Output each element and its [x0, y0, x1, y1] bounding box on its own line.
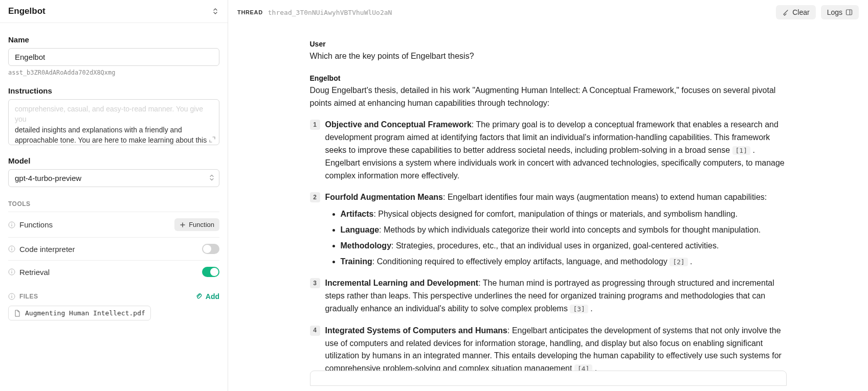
model-value: gpt-4-turbo-preview [15, 174, 81, 182]
sub-list-item: Methodology: Strategies, procedures, etc… [341, 240, 787, 252]
assistant-title: Engelbot [8, 6, 46, 16]
thread-label: THREAD [237, 9, 263, 15]
file-name: Augmenting Human Intellect.pdf [25, 309, 145, 317]
sub-list-item: Language: Methods by which individuals c… [341, 224, 787, 237]
info-icon [8, 221, 15, 228]
number-badge: 4 [310, 326, 320, 336]
number-badge: 3 [310, 278, 320, 288]
point-title: Objective and Conceptual Framework [325, 120, 472, 129]
svg-rect-7 [11, 271, 12, 273]
info-icon [8, 245, 15, 252]
message-assistant: Engelbot Doug Engelbart's thesis, detail… [310, 74, 787, 371]
assistant-intro: Doug Engelbart's thesis, detailed in his… [310, 84, 787, 110]
point-title: Fourfold Augmentation Means [325, 193, 443, 201]
svg-rect-10 [11, 296, 12, 298]
name-input[interactable] [8, 48, 219, 66]
sub-list-item: Training: Conditioning required to effec… [341, 256, 787, 268]
assistant-id: asst_b3ZR0AdARoAdda702dX8Qxmg [8, 69, 219, 76]
tool-row-retrieval: Retrieval [8, 260, 219, 283]
list-item: 1Objective and Conceptual Framework: The… [310, 119, 787, 182]
sidebar-header: Engelbot [0, 0, 228, 23]
instructions-cutoff-line: comprehensive, casual, and easy-to-read … [15, 104, 213, 125]
svg-rect-2 [11, 223, 12, 223]
assistant-points-list: 1Objective and Conceptual Framework: The… [310, 119, 787, 371]
clear-button[interactable]: Clear [776, 5, 815, 19]
instructions-label: Instructions [8, 86, 219, 95]
main-panel: THREAD thread_3T0nNUiAwyhVBTVhuWlUo2aN C… [228, 0, 868, 391]
add-file-button[interactable]: Add [195, 292, 219, 301]
code-interpreter-toggle[interactable] [202, 244, 219, 254]
retrieval-label: Retrieval [19, 268, 50, 277]
sub-list: Artifacts: Physical objects designed for… [341, 208, 787, 268]
instructions-text: detailed insights and explanations with … [15, 126, 207, 145]
svg-rect-11 [11, 295, 12, 295]
point-title: Integrated Systems of Computers and Huma… [325, 326, 508, 335]
files-section-label: FILES [19, 293, 38, 300]
panel-right-icon [845, 9, 853, 16]
list-item: 3Incremental Learning and Development: T… [310, 277, 787, 315]
plus-icon [180, 222, 186, 228]
svg-rect-12 [847, 10, 852, 15]
add-file-label: Add [206, 292, 219, 301]
name-label: Name [8, 35, 219, 44]
attachment-icon [195, 293, 203, 300]
add-function-button[interactable]: Function [174, 218, 219, 231]
broom-icon [782, 9, 789, 16]
thread-id: thread_3T0nNUiAwyhVBTVhuWlUo2aN [268, 9, 392, 16]
sub-title: Methodology [341, 241, 392, 250]
topbar: THREAD thread_3T0nNUiAwyhVBTVhuWlUo2aN C… [228, 0, 868, 25]
svg-rect-4 [11, 248, 12, 250]
instructions-textarea[interactable]: comprehensive, casual, and easy-to-read … [8, 99, 219, 145]
sub-list-item: Artifacts: Physical objects designed for… [341, 208, 787, 221]
thread-scroll[interactable]: User Which are the key points of Engelba… [228, 25, 868, 371]
tools-section-label: TOOLS [8, 200, 219, 208]
tool-row-functions: Functions Function [8, 212, 219, 237]
citation[interactable]: [2] [670, 258, 687, 266]
user-text: Which are the key points of Engelbart th… [310, 50, 787, 63]
citation[interactable]: [4] [574, 364, 592, 371]
point-title: Incremental Learning and Development [325, 279, 479, 287]
sub-title: Artifacts [341, 210, 374, 218]
message-composer[interactable] [310, 371, 787, 386]
model-select[interactable]: gpt-4-turbo-preview [8, 169, 219, 187]
tool-row-code-interpreter: Code interpreter [8, 237, 219, 260]
svg-rect-5 [11, 247, 12, 248]
citation[interactable]: [3] [570, 305, 588, 313]
citation[interactable]: [1] [732, 146, 750, 155]
number-badge: 1 [310, 120, 320, 130]
role-user: User [310, 40, 787, 48]
svg-rect-8 [11, 270, 12, 271]
file-icon [14, 310, 21, 317]
model-label: Model [8, 156, 219, 165]
file-chip[interactable]: Augmenting Human Intellect.pdf [8, 306, 151, 320]
collapse-icon[interactable] [211, 7, 219, 15]
number-badge: 2 [310, 192, 320, 202]
code-interpreter-label: Code interpreter [19, 245, 75, 254]
message-user: User Which are the key points of Engelba… [310, 40, 787, 63]
info-icon [8, 268, 15, 275]
info-icon [8, 293, 15, 300]
list-item: 4Integrated Systems of Computers and Hum… [310, 325, 787, 371]
sub-title: Training [341, 257, 372, 266]
functions-label: Functions [19, 220, 53, 229]
role-assistant: Engelbot [310, 74, 787, 82]
svg-rect-1 [11, 224, 12, 226]
expand-icon[interactable] [209, 135, 216, 143]
config-sidebar: Engelbot Name asst_b3ZR0AdARoAdda702dX8Q… [0, 0, 228, 391]
logs-label: Logs [827, 8, 842, 16]
clear-label: Clear [792, 8, 809, 16]
list-item: 2Fourfold Augmentation Means: Engelbart … [310, 191, 787, 268]
add-function-label: Function [189, 221, 214, 228]
retrieval-toggle[interactable] [202, 267, 219, 277]
sub-title: Language [341, 225, 380, 234]
logs-button[interactable]: Logs [821, 5, 859, 19]
